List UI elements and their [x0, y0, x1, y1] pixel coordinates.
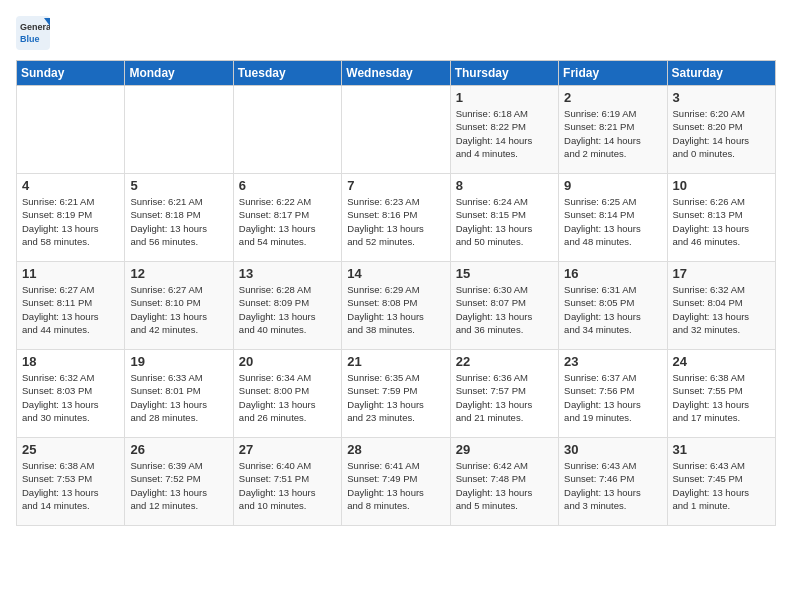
logo-icon: General Blue: [16, 16, 50, 50]
day-number: 8: [456, 178, 553, 193]
calendar-day-13: 13Sunrise: 6:28 AM Sunset: 8:09 PM Dayli…: [233, 262, 341, 350]
calendar-day-18: 18Sunrise: 6:32 AM Sunset: 8:03 PM Dayli…: [17, 350, 125, 438]
calendar-day-2: 2Sunrise: 6:19 AM Sunset: 8:21 PM Daylig…: [559, 86, 667, 174]
day-number: 16: [564, 266, 661, 281]
calendar-body: 1Sunrise: 6:18 AM Sunset: 8:22 PM Daylig…: [17, 86, 776, 526]
day-info: Sunrise: 6:32 AM Sunset: 8:03 PM Dayligh…: [22, 371, 119, 424]
day-info: Sunrise: 6:24 AM Sunset: 8:15 PM Dayligh…: [456, 195, 553, 248]
day-number: 20: [239, 354, 336, 369]
day-info: Sunrise: 6:31 AM Sunset: 8:05 PM Dayligh…: [564, 283, 661, 336]
day-number: 28: [347, 442, 444, 457]
day-number: 11: [22, 266, 119, 281]
calendar-week-row: 18Sunrise: 6:32 AM Sunset: 8:03 PM Dayli…: [17, 350, 776, 438]
day-info: Sunrise: 6:27 AM Sunset: 8:10 PM Dayligh…: [130, 283, 227, 336]
day-info: Sunrise: 6:30 AM Sunset: 8:07 PM Dayligh…: [456, 283, 553, 336]
weekday-header-wednesday: Wednesday: [342, 61, 450, 86]
day-info: Sunrise: 6:26 AM Sunset: 8:13 PM Dayligh…: [673, 195, 770, 248]
weekday-header-thursday: Thursday: [450, 61, 558, 86]
day-info: Sunrise: 6:36 AM Sunset: 7:57 PM Dayligh…: [456, 371, 553, 424]
day-number: 1: [456, 90, 553, 105]
calendar-week-row: 11Sunrise: 6:27 AM Sunset: 8:11 PM Dayli…: [17, 262, 776, 350]
calendar-day-24: 24Sunrise: 6:38 AM Sunset: 7:55 PM Dayli…: [667, 350, 775, 438]
day-number: 14: [347, 266, 444, 281]
calendar-week-row: 25Sunrise: 6:38 AM Sunset: 7:53 PM Dayli…: [17, 438, 776, 526]
day-info: Sunrise: 6:37 AM Sunset: 7:56 PM Dayligh…: [564, 371, 661, 424]
day-number: 21: [347, 354, 444, 369]
calendar-day-9: 9Sunrise: 6:25 AM Sunset: 8:14 PM Daylig…: [559, 174, 667, 262]
day-info: Sunrise: 6:38 AM Sunset: 7:55 PM Dayligh…: [673, 371, 770, 424]
day-number: 30: [564, 442, 661, 457]
calendar-day-8: 8Sunrise: 6:24 AM Sunset: 8:15 PM Daylig…: [450, 174, 558, 262]
day-info: Sunrise: 6:20 AM Sunset: 8:20 PM Dayligh…: [673, 107, 770, 160]
empty-cell: [17, 86, 125, 174]
weekday-header-monday: Monday: [125, 61, 233, 86]
day-info: Sunrise: 6:18 AM Sunset: 8:22 PM Dayligh…: [456, 107, 553, 160]
day-info: Sunrise: 6:19 AM Sunset: 8:21 PM Dayligh…: [564, 107, 661, 160]
calendar-day-10: 10Sunrise: 6:26 AM Sunset: 8:13 PM Dayli…: [667, 174, 775, 262]
calendar-day-17: 17Sunrise: 6:32 AM Sunset: 8:04 PM Dayli…: [667, 262, 775, 350]
day-info: Sunrise: 6:40 AM Sunset: 7:51 PM Dayligh…: [239, 459, 336, 512]
calendar-day-23: 23Sunrise: 6:37 AM Sunset: 7:56 PM Dayli…: [559, 350, 667, 438]
header: General Blue: [16, 16, 776, 50]
day-number: 12: [130, 266, 227, 281]
calendar-day-12: 12Sunrise: 6:27 AM Sunset: 8:10 PM Dayli…: [125, 262, 233, 350]
day-info: Sunrise: 6:41 AM Sunset: 7:49 PM Dayligh…: [347, 459, 444, 512]
calendar-table: SundayMondayTuesdayWednesdayThursdayFrid…: [16, 60, 776, 526]
svg-text:Blue: Blue: [20, 34, 40, 44]
day-number: 27: [239, 442, 336, 457]
weekday-header-tuesday: Tuesday: [233, 61, 341, 86]
day-number: 3: [673, 90, 770, 105]
day-number: 15: [456, 266, 553, 281]
calendar-day-14: 14Sunrise: 6:29 AM Sunset: 8:08 PM Dayli…: [342, 262, 450, 350]
day-info: Sunrise: 6:25 AM Sunset: 8:14 PM Dayligh…: [564, 195, 661, 248]
day-info: Sunrise: 6:22 AM Sunset: 8:17 PM Dayligh…: [239, 195, 336, 248]
day-info: Sunrise: 6:23 AM Sunset: 8:16 PM Dayligh…: [347, 195, 444, 248]
day-info: Sunrise: 6:21 AM Sunset: 8:18 PM Dayligh…: [130, 195, 227, 248]
day-number: 6: [239, 178, 336, 193]
day-info: Sunrise: 6:32 AM Sunset: 8:04 PM Dayligh…: [673, 283, 770, 336]
calendar-day-25: 25Sunrise: 6:38 AM Sunset: 7:53 PM Dayli…: [17, 438, 125, 526]
day-number: 29: [456, 442, 553, 457]
day-number: 23: [564, 354, 661, 369]
day-number: 4: [22, 178, 119, 193]
calendar-day-4: 4Sunrise: 6:21 AM Sunset: 8:19 PM Daylig…: [17, 174, 125, 262]
day-number: 31: [673, 442, 770, 457]
calendar-week-row: 4Sunrise: 6:21 AM Sunset: 8:19 PM Daylig…: [17, 174, 776, 262]
day-number: 18: [22, 354, 119, 369]
calendar-day-28: 28Sunrise: 6:41 AM Sunset: 7:49 PM Dayli…: [342, 438, 450, 526]
weekday-header-sunday: Sunday: [17, 61, 125, 86]
day-number: 25: [22, 442, 119, 457]
calendar-day-22: 22Sunrise: 6:36 AM Sunset: 7:57 PM Dayli…: [450, 350, 558, 438]
day-number: 5: [130, 178, 227, 193]
calendar-day-27: 27Sunrise: 6:40 AM Sunset: 7:51 PM Dayli…: [233, 438, 341, 526]
calendar-day-29: 29Sunrise: 6:42 AM Sunset: 7:48 PM Dayli…: [450, 438, 558, 526]
day-number: 26: [130, 442, 227, 457]
day-number: 24: [673, 354, 770, 369]
svg-text:General: General: [20, 22, 50, 32]
day-info: Sunrise: 6:29 AM Sunset: 8:08 PM Dayligh…: [347, 283, 444, 336]
day-info: Sunrise: 6:27 AM Sunset: 8:11 PM Dayligh…: [22, 283, 119, 336]
day-info: Sunrise: 6:21 AM Sunset: 8:19 PM Dayligh…: [22, 195, 119, 248]
day-info: Sunrise: 6:28 AM Sunset: 8:09 PM Dayligh…: [239, 283, 336, 336]
day-info: Sunrise: 6:38 AM Sunset: 7:53 PM Dayligh…: [22, 459, 119, 512]
day-info: Sunrise: 6:43 AM Sunset: 7:46 PM Dayligh…: [564, 459, 661, 512]
day-info: Sunrise: 6:42 AM Sunset: 7:48 PM Dayligh…: [456, 459, 553, 512]
calendar-day-3: 3Sunrise: 6:20 AM Sunset: 8:20 PM Daylig…: [667, 86, 775, 174]
calendar-day-1: 1Sunrise: 6:18 AM Sunset: 8:22 PM Daylig…: [450, 86, 558, 174]
day-info: Sunrise: 6:39 AM Sunset: 7:52 PM Dayligh…: [130, 459, 227, 512]
empty-cell: [233, 86, 341, 174]
day-info: Sunrise: 6:43 AM Sunset: 7:45 PM Dayligh…: [673, 459, 770, 512]
day-number: 9: [564, 178, 661, 193]
day-number: 19: [130, 354, 227, 369]
calendar-day-7: 7Sunrise: 6:23 AM Sunset: 8:16 PM Daylig…: [342, 174, 450, 262]
calendar-day-26: 26Sunrise: 6:39 AM Sunset: 7:52 PM Dayli…: [125, 438, 233, 526]
calendar-day-31: 31Sunrise: 6:43 AM Sunset: 7:45 PM Dayli…: [667, 438, 775, 526]
day-number: 22: [456, 354, 553, 369]
weekday-header-saturday: Saturday: [667, 61, 775, 86]
calendar-day-6: 6Sunrise: 6:22 AM Sunset: 8:17 PM Daylig…: [233, 174, 341, 262]
empty-cell: [342, 86, 450, 174]
calendar-day-11: 11Sunrise: 6:27 AM Sunset: 8:11 PM Dayli…: [17, 262, 125, 350]
logo: General Blue: [16, 16, 50, 50]
day-number: 7: [347, 178, 444, 193]
calendar-header: SundayMondayTuesdayWednesdayThursdayFrid…: [17, 61, 776, 86]
